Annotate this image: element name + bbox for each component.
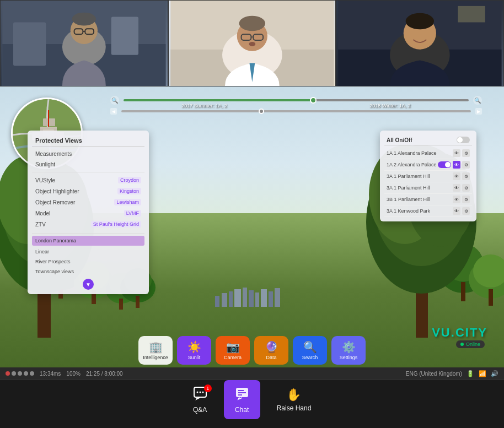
qa-label: Q&A: [193, 406, 207, 414]
svg-point-18: [249, 42, 255, 46]
status-dot-grey1: [12, 371, 16, 376]
qa-button[interactable]: 1 Q&A: [176, 380, 224, 419]
toolbar-btn-camera[interactable]: 📷 Camera: [216, 336, 250, 365]
toolbar-btn-search[interactable]: 🔍 Search: [293, 336, 327, 365]
settings-icon-1a1[interactable]: ⚙: [462, 149, 470, 157]
search-icon: 🔍: [303, 340, 317, 354]
status-dot-grey2: [18, 371, 22, 376]
status-right-section: ENG (United Kingdom) 🔋 📶 🔊: [406, 370, 498, 377]
settings-icon-3a1a[interactable]: ⚙: [462, 172, 470, 180]
chat-button[interactable]: Chat: [224, 380, 260, 419]
toolbar-btn-settings[interactable]: ⚙️ Settings: [331, 336, 366, 365]
panel-item-3a1k: 3A 1 Kenwood Park 👁 ⚙: [384, 205, 472, 217]
svg-rect-45: [119, 299, 123, 310]
menu-header: Protected Views: [32, 135, 144, 147]
panel-item-3b1: 3B 1 Parliament Hill 👁 ⚙: [384, 194, 472, 205]
svg-rect-53: [243, 288, 247, 307]
svg-rect-56: [261, 289, 267, 307]
video-tile-1: [0, 0, 168, 86]
svg-rect-58: [275, 288, 280, 307]
view-icon-3a1a[interactable]: 👁: [453, 172, 460, 180]
svg-rect-2: [13, 22, 46, 66]
menu-subitem-london-panorama[interactable]: London Panorama: [32, 236, 144, 246]
svg-point-9: [72, 13, 96, 26]
menu-item-measurements[interactable]: Measurements: [32, 149, 144, 159]
status-indicators: [6, 371, 34, 376]
menu-item-object-highlighter[interactable]: Object Highlighter Kingston: [32, 186, 144, 197]
svg-rect-55: [255, 292, 259, 307]
svg-point-77: [196, 391, 198, 393]
toolbar-btn-intelligence[interactable]: 🏢 Intelligence: [138, 336, 173, 365]
chat-icon: [235, 386, 249, 404]
status-position: 21:25 / 8:00:00: [86, 371, 123, 377]
right-panel: All On/Off 1A 1 Alexandra Palace 👁 ⚙ 1A …: [380, 131, 476, 221]
svg-rect-21: [458, 6, 485, 23]
svg-rect-42: [489, 289, 493, 306]
settings-icon-1a2[interactable]: ⚙: [462, 161, 470, 169]
timeline-slider[interactable]: [124, 99, 469, 101]
menu-panel: Protected Views Measurements Sunlight VU…: [28, 131, 149, 294]
menu-item-sunlight[interactable]: Sunlight: [32, 159, 144, 170]
status-time: 13:34ms: [40, 371, 61, 377]
vucity-toolbar: 🏢 Intelligence ☀️ Sunlit 📷 Camera 🔮 Data…: [0, 336, 504, 365]
panel-item-1a1: 1A 1 Alexandra Palace 👁 ⚙: [384, 148, 472, 159]
camera-icon: 📷: [226, 340, 240, 354]
chat-label: Chat: [235, 406, 249, 414]
all-toggle-controls: [457, 137, 470, 143]
panel-item-3a1a: 3A 1 Parliament Hill 👁 ⚙: [384, 171, 472, 182]
next-btn[interactable]: ▶: [475, 108, 482, 115]
svg-rect-51: [229, 291, 233, 307]
menu-subitem-linear[interactable]: Linear: [32, 247, 144, 257]
toolbar-btn-data[interactable]: 🔮 Data: [254, 336, 288, 365]
view-icon-3a1k[interactable]: 👁: [453, 207, 460, 215]
view-icon-1a1[interactable]: 👁: [453, 149, 460, 157]
toolbar-btn-sunlit[interactable]: ☀️ Sunlit: [177, 336, 211, 365]
vucity-main: N 🔍 🔍 ◀ ▶ 2017 Summer: 1A, 2 2018 Winter…: [0, 86, 504, 367]
panel-item-3a1b: 3A 1 Parliament Hill 👁 ⚙: [384, 182, 472, 194]
status-bar: 13:34ms 100% 21:25 / 8:00:00 ENG (United…: [0, 367, 504, 380]
right-panel-header: All On/Off: [384, 135, 472, 145]
raise-hand-icon: ✋: [286, 388, 301, 402]
prev-btn[interactable]: ◀: [110, 108, 117, 115]
data-icon: 🔮: [265, 340, 278, 354]
meeting-bar: 1 Q&A Chat ✋ Raise Hand: [0, 380, 504, 419]
menu-item-object-remover[interactable]: Object Remover Lewisham: [32, 197, 144, 208]
menu-item-vustyle[interactable]: VUStyle Croydon: [32, 175, 144, 186]
svg-point-79: [202, 391, 203, 393]
view-icon-1a2[interactable]: 👁: [453, 161, 460, 169]
settings-icon-3a1b[interactable]: ⚙: [462, 184, 470, 192]
settings-icon-3b1[interactable]: ⚙: [462, 196, 470, 203]
status-dot-grey3: [24, 371, 28, 376]
menu-subitem-townscape[interactable]: Townscape views: [32, 267, 144, 277]
raise-hand-button[interactable]: ✋ Raise Hand: [260, 380, 328, 419]
svg-rect-52: [234, 289, 241, 307]
menu-subitem-river-prospects[interactable]: River Prospects: [32, 257, 144, 267]
sunlit-icon: ☀️: [187, 340, 201, 354]
qa-badge: 1: [204, 384, 212, 392]
raise-hand-label: Raise Hand: [277, 404, 312, 412]
second-slider[interactable]: [121, 110, 471, 112]
menu-nav-arrow[interactable]: ▼: [83, 279, 94, 290]
svg-rect-49: [215, 296, 219, 307]
all-toggle[interactable]: [457, 137, 470, 143]
menu-item-model[interactable]: Model LVMF: [32, 208, 144, 219]
svg-rect-57: [269, 291, 273, 307]
video-tile-2: [168, 0, 336, 86]
svg-rect-54: [249, 290, 254, 307]
status-dot-grey4: [30, 371, 34, 376]
audio-icon: 🔊: [491, 370, 498, 377]
panel-item-1a2: 1A 2 Alexandra Palace 👁 ⚙: [384, 159, 472, 171]
view-icon-3b1[interactable]: 👁: [453, 196, 460, 203]
svg-point-17: [239, 16, 265, 31]
view-icon-3a1b[interactable]: 👁: [453, 184, 460, 192]
toggle-1a2[interactable]: [438, 161, 451, 168]
year-labels: 2017 Summer: 1A, 2 2018 Winter: 1A, 2: [110, 103, 482, 109]
svg-rect-50: [222, 293, 227, 307]
menu-item-ztv[interactable]: ZTV St Paul's Height Grid: [32, 219, 144, 230]
video-tile-3: [336, 0, 504, 86]
status-zoom: 100%: [66, 371, 81, 377]
settings-icon-3a1k[interactable]: ⚙: [462, 207, 470, 215]
battery-icon: 🔋: [467, 370, 474, 377]
svg-rect-3: [111, 17, 138, 55]
video-panel: [0, 0, 504, 86]
